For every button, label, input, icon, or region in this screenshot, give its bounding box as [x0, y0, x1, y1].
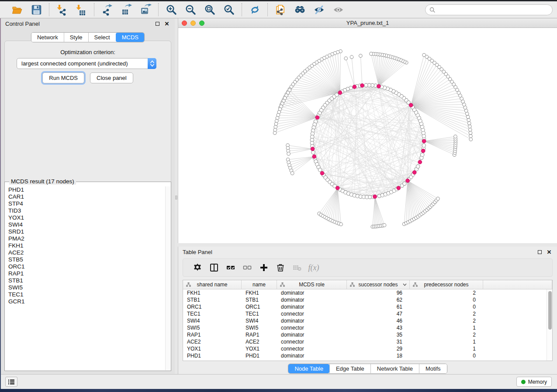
table-cell[interactable]: TEC1	[242, 310, 277, 317]
mcds-result-item[interactable]: YOX1	[5, 214, 170, 221]
add-column-icon[interactable]	[256, 261, 272, 274]
export-network-icon[interactable]	[99, 3, 115, 16]
table-cell[interactable]: FKH1	[242, 289, 277, 296]
table-cell[interactable]: connector	[277, 310, 347, 317]
column-header-predecessor-nodes[interactable]: predecessor nodes	[410, 280, 483, 289]
search-input[interactable]	[437, 7, 548, 13]
table-cell[interactable]: STB1	[183, 296, 242, 303]
search-network-icon[interactable]	[292, 3, 308, 16]
column-header-successor-nodes[interactable]: successor nodes	[347, 280, 410, 289]
zoom-selected-icon[interactable]	[221, 3, 237, 16]
tab-network[interactable]: Network	[31, 33, 64, 42]
table-cell[interactable]: 0	[410, 352, 483, 359]
deselect-all-rows-icon[interactable]	[239, 261, 256, 274]
mcds-result-item[interactable]: SRD1	[5, 228, 170, 235]
table-cell[interactable]: 47	[347, 310, 410, 317]
table-cell[interactable]: FKH1	[183, 289, 242, 296]
mcds-result-item[interactable]: RAP1	[5, 270, 170, 277]
table-cell[interactable]: 18	[347, 352, 410, 359]
table-cell[interactable]: ORC1	[183, 303, 242, 310]
table-row[interactable]: ACE2ACE2connector311	[183, 338, 547, 345]
mcds-result-item[interactable]: SWI4	[5, 221, 170, 228]
run-mcds-button[interactable]: Run MCDS	[42, 72, 84, 83]
save-icon[interactable]	[28, 3, 44, 16]
table-cell[interactable]: 2	[410, 310, 483, 317]
table-cell[interactable]: 35	[347, 331, 410, 338]
table-cell[interactable]: TEC1	[183, 310, 242, 317]
table-cell[interactable]: dominator	[277, 317, 347, 324]
tab-mcds[interactable]: MCDS	[116, 33, 144, 42]
table-row[interactable]: RAP1RAP1dominator352	[183, 331, 547, 338]
tab-edge-table[interactable]: Edge Table	[329, 364, 370, 373]
mcds-result-item[interactable]: STB1	[5, 277, 170, 284]
table-cell[interactable]: connector	[277, 345, 347, 352]
table-cell[interactable]: ACE2	[242, 338, 277, 345]
table-cell[interactable]: SWI5	[183, 324, 242, 331]
table-cell[interactable]: YOX1	[242, 345, 277, 352]
vertical-splitter[interactable]	[175, 18, 178, 374]
export-image-icon[interactable]	[138, 3, 153, 16]
table-cell[interactable]: RAP1	[242, 331, 277, 338]
column-header-MCDS-role[interactable]: MCDS role	[277, 280, 347, 289]
mcds-result-item[interactable]: PHD1	[5, 186, 170, 193]
table-scrollbar[interactable]	[547, 289, 552, 361]
table-cell[interactable]: 1	[410, 324, 483, 331]
mcds-result-item[interactable]: FKH1	[5, 242, 170, 249]
table-cell[interactable]: RAP1	[183, 331, 242, 338]
table-cell[interactable]: 29	[347, 345, 410, 352]
show-columns-icon[interactable]	[206, 261, 222, 274]
table-cell[interactable]: dominator	[277, 331, 347, 338]
share-document-icon[interactable]	[273, 3, 288, 16]
criterion-dropdown[interactable]: largest connected component (undirected)	[17, 58, 156, 69]
table-cell[interactable]: 2	[410, 317, 483, 324]
float-table-panel-icon[interactable]	[536, 249, 543, 256]
table-row[interactable]: FKH1FKH1dominator962	[183, 289, 547, 296]
mcds-result-item[interactable]: TID3	[5, 207, 170, 214]
table-cell[interactable]: SWI4	[183, 317, 242, 324]
table-row[interactable]: SWI4SWI4dominator462	[183, 317, 547, 324]
table-cell[interactable]: dominator	[277, 303, 347, 310]
mcds-result-item[interactable]: SWI5	[5, 284, 170, 291]
tab-select[interactable]: Select	[88, 33, 116, 42]
table-scrollbar-thumb[interactable]	[548, 291, 552, 330]
mcds-result-item[interactable]: ORC1	[5, 263, 170, 270]
table-cell[interactable]: PHD1	[242, 352, 277, 359]
mcds-list-scrollbar[interactable]	[165, 186, 170, 370]
export-table-icon[interactable]	[118, 3, 134, 16]
table-cell[interactable]: 2	[410, 289, 483, 296]
table-cell[interactable]: 2	[410, 331, 483, 338]
table-cell[interactable]: 46	[347, 317, 410, 324]
mcds-result-item[interactable]: STP4	[5, 200, 170, 207]
network-graph[interactable]	[178, 28, 557, 243]
memory-button[interactable]: Memory	[516, 377, 552, 387]
table-cell[interactable]: 1	[410, 338, 483, 345]
hide-selected-icon[interactable]	[311, 3, 327, 16]
mcds-result-item[interactable]: STB5	[5, 256, 170, 263]
table-cell[interactable]: STB1	[242, 296, 277, 303]
table-cell[interactable]: 61	[347, 303, 410, 310]
table-cell[interactable]: ORC1	[242, 303, 277, 310]
table-cell[interactable]: PHD1	[183, 352, 242, 359]
open-folder-icon[interactable]	[9, 3, 25, 16]
table-cell[interactable]: dominator	[277, 296, 347, 303]
horizontal-splitter[interactable]	[178, 243, 557, 247]
table-cell[interactable]: dominator	[277, 289, 347, 296]
select-all-rows-icon[interactable]	[222, 261, 239, 274]
show-all-icon[interactable]	[330, 3, 346, 16]
column-header-shared-name[interactable]: shared name	[183, 280, 242, 289]
table-cell[interactable]: 0	[410, 296, 483, 303]
tab-network-table[interactable]: Network Table	[370, 364, 419, 373]
tab-motifs[interactable]: Motifs	[419, 364, 447, 373]
table-cell[interactable]: 1	[410, 345, 483, 352]
table-cell[interactable]: connector	[277, 324, 347, 331]
mcds-result-item[interactable]: CAR1	[5, 193, 170, 200]
network-window-titlebar[interactable]: YPA_prune.txt_1	[178, 18, 557, 28]
tab-node-table[interactable]: Node Table	[288, 364, 329, 373]
mcds-result-item[interactable]: PMA2	[5, 235, 170, 242]
mcds-result-item[interactable]: TEC1	[5, 291, 170, 298]
table-options-gear-icon[interactable]	[189, 261, 206, 274]
table-cell[interactable]: dominator	[277, 352, 347, 359]
table-row[interactable]: ORC1ORC1dominator610	[183, 303, 547, 310]
float-panel-icon[interactable]	[154, 21, 161, 28]
table-row[interactable]: TEC1TEC1connector472	[183, 310, 547, 317]
